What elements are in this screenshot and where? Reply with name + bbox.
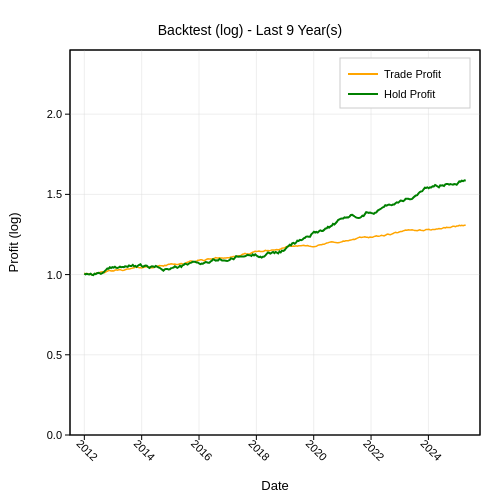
svg-text:2.0: 2.0	[47, 108, 62, 120]
svg-text:1.0: 1.0	[47, 269, 62, 281]
svg-text:Trade Profit: Trade Profit	[384, 68, 441, 80]
svg-text:Date: Date	[261, 478, 288, 493]
svg-text:1.5: 1.5	[47, 188, 62, 200]
svg-text:Profit (log): Profit (log)	[6, 213, 21, 273]
chart-container: Backtest (log) - Last 9 Year(s)DateProfi…	[0, 0, 500, 500]
svg-text:0.5: 0.5	[47, 349, 62, 361]
chart-svg: Backtest (log) - Last 9 Year(s)DateProfi…	[0, 0, 500, 500]
svg-text:Hold Profit: Hold Profit	[384, 88, 435, 100]
svg-text:Backtest (log) - Last 9 Year(s: Backtest (log) - Last 9 Year(s)	[158, 22, 342, 38]
svg-rect-42	[340, 58, 470, 108]
svg-text:0.0: 0.0	[47, 429, 62, 441]
